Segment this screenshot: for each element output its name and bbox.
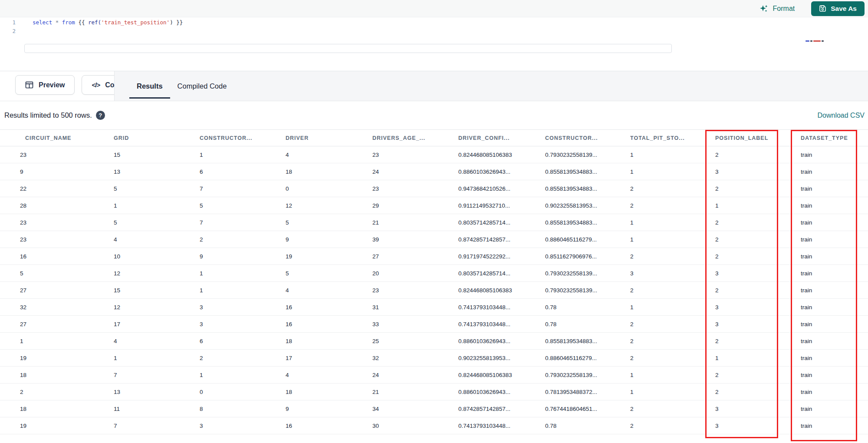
table-cell: 18 <box>0 367 114 383</box>
table-cell: 0.8860103626943... <box>458 383 545 400</box>
table-row: 181189340.8742857142857...0.767441860465… <box>0 400 868 417</box>
column-header: DATASET_TYPE <box>801 130 868 146</box>
table-row: 213018210.8860103626943...0.781395348837… <box>0 383 868 400</box>
preview-button[interactable]: Preview <box>15 75 75 95</box>
table-cell: train <box>801 367 868 383</box>
table-cell: 0.9171974522292... <box>458 248 545 265</box>
table-cell: 0.8511627906976... <box>545 248 630 265</box>
table-cell: 12 <box>286 197 372 214</box>
table-cell: 0.8860103626943... <box>458 333 545 350</box>
table-cell: 3 <box>715 299 801 316</box>
download-csv-link[interactable]: Download CSV <box>818 112 865 119</box>
table-cell: 3 <box>200 299 286 316</box>
table-cell: 0.8558139534883... <box>545 214 630 231</box>
table-cell: train <box>801 214 868 231</box>
table-header-row: CIRCUIT_NAMEGRIDCONSTRUCTOR...DRIVERDRIV… <box>0 130 868 146</box>
table-cell: 1 <box>630 367 715 383</box>
tab-results[interactable]: Results <box>129 71 170 101</box>
table-cell: 1 <box>200 282 286 299</box>
table-cell: 3 <box>630 265 715 282</box>
table-cell: 1 <box>630 163 715 180</box>
table-cell: 15 <box>114 282 200 299</box>
table-cell: 1 <box>200 146 286 163</box>
code-token <box>59 19 62 26</box>
table-cell: 12 <box>114 265 200 282</box>
table-cell: 5 <box>286 265 372 282</box>
table-cell: 2 <box>630 282 715 299</box>
table-cell: 18 <box>286 333 372 350</box>
table-cell: 27 <box>0 316 114 333</box>
table-cell: 0.824468085106383 <box>458 282 545 299</box>
table-row: 51215200.8035714285714...0.7930232558139… <box>0 265 868 282</box>
format-label: Format <box>773 5 795 13</box>
results-tabs: ResultsCompiled Code <box>114 71 868 101</box>
code-token <box>52 19 56 26</box>
results-info-bar: Results limited to 500 rows. ? Download … <box>0 101 868 129</box>
table-cell: 2 <box>200 350 286 367</box>
table-cell: train <box>801 383 868 400</box>
table-cell: 22 <box>0 180 114 197</box>
table-cell: 0.824468085106383 <box>458 146 545 163</box>
save-icon <box>819 5 826 12</box>
help-icon[interactable]: ? <box>96 111 105 120</box>
table-cell: 0.78 <box>545 299 630 316</box>
table-cell: 3 <box>715 163 801 180</box>
table-body: 231514230.8244680851063830.7930232558139… <box>0 146 868 434</box>
cursor-line-highlight <box>24 44 672 53</box>
table-cell: train <box>801 265 868 282</box>
table-cell: 0.7930232558139... <box>545 282 630 299</box>
table-cell: 3 <box>200 316 286 333</box>
table-cell: 0.7930232558139... <box>545 367 630 383</box>
column-header: CIRCUIT_NAME <box>0 130 114 146</box>
code-area: select * from {{ ref('train_test_positio… <box>25 18 868 36</box>
table-cell: 23 <box>372 180 458 197</box>
panel-strip: Preview </> Compile ResultsCompiled Code <box>0 71 868 101</box>
table-cell: 2 <box>715 282 801 299</box>
table-cell: train <box>801 146 868 163</box>
results-table-container: CIRCUIT_NAMEGRIDCONSTRUCTOR...DRIVERDRIV… <box>0 129 868 443</box>
table-row: 23575210.8035714285714...0.8558139534883… <box>0 214 868 231</box>
table-cell: 16 <box>286 417 372 434</box>
code-line-1[interactable]: select * from {{ ref('train_test_positio… <box>25 18 868 27</box>
table-cell: train <box>801 400 868 417</box>
code-line-2[interactable] <box>25 27 868 36</box>
editor-toolbar: Format Save As <box>0 0 868 17</box>
column-header: POSITION_LABEL <box>715 130 801 146</box>
table-cell: 11 <box>114 400 200 417</box>
table-cell: 0 <box>200 383 286 400</box>
table-cell: 1 <box>200 265 286 282</box>
table-cell: 9 <box>0 163 114 180</box>
minimap[interactable] <box>806 40 828 42</box>
tab-compiled-code[interactable]: Compiled Code <box>170 71 234 101</box>
table-cell: 2 <box>630 248 715 265</box>
table-cell: train <box>801 417 868 434</box>
format-button[interactable]: Format <box>759 4 795 13</box>
table-cell: 13 <box>114 163 200 180</box>
table-cell: 19 <box>0 350 114 367</box>
table-cell: 25 <box>372 333 458 350</box>
table-cell: 0.8860465116279... <box>545 350 630 367</box>
table-cell: train <box>801 316 868 333</box>
table-cell: 2 <box>715 180 801 197</box>
table-row: 281512290.9112149532710...0.902325581395… <box>0 197 868 214</box>
table-cell: 0.7413793103448... <box>458 299 545 316</box>
table-cell: 2 <box>630 197 715 214</box>
column-header: DRIVER <box>286 130 372 146</box>
table-cell: 16 <box>0 248 114 265</box>
table-cell: 1 <box>0 333 114 350</box>
table-cell: 9 <box>286 400 372 417</box>
table-cell: 0.7930232558139... <box>545 265 630 282</box>
code-editor[interactable]: 12 select * from {{ ref('train_test_posi… <box>0 17 868 71</box>
table-cell: 0.8558139534883... <box>545 333 630 350</box>
table-cell: 18 <box>286 163 372 180</box>
table-cell: train <box>801 231 868 248</box>
save-as-button[interactable]: Save As <box>811 1 865 16</box>
table-cell: 9 <box>286 231 372 248</box>
code-token: 'train_test_position' <box>101 19 170 26</box>
table-cell: 1 <box>715 350 801 367</box>
column-header: CONSTRUCTOR... <box>200 130 286 146</box>
save-as-label: Save As <box>831 5 857 13</box>
table-cell: 27 <box>372 248 458 265</box>
table-cell: train <box>801 333 868 350</box>
table-cell: 1 <box>114 350 200 367</box>
